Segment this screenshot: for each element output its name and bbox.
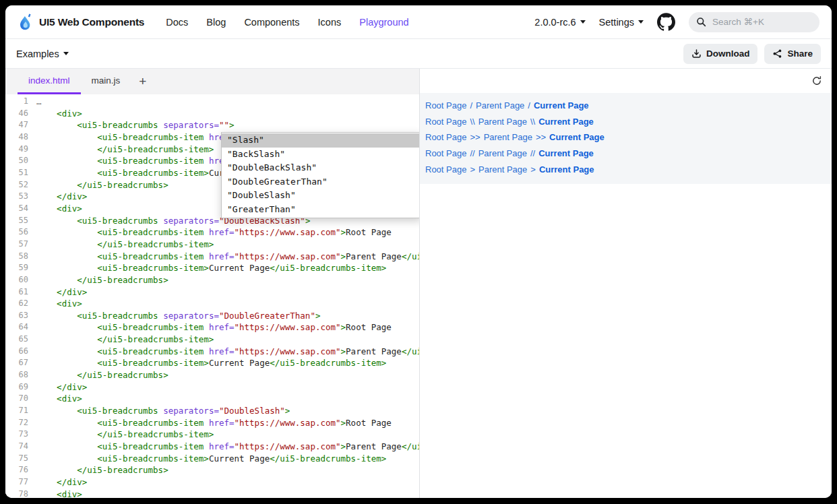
code-token: </div> [36, 286, 87, 298]
code-line[interactable]: 75 <ui5-breadcrumbs-item>Current Page</u… [5, 453, 419, 465]
code-line[interactable]: 71 <ui5-breadcrumbs separators="DoubleSl… [5, 405, 419, 417]
search-box[interactable] [689, 12, 819, 32]
refresh-icon[interactable] [811, 75, 822, 86]
code-token: <ui5-breadcrumbs-item [36, 226, 204, 239]
code-token: > [341, 251, 346, 263]
breadcrumb-link[interactable]: Parent Page [478, 148, 527, 158]
nav-link-playground[interactable]: Playground [359, 17, 408, 28]
code-token: > [285, 405, 290, 417]
code-line[interactable]: 57 </ui5-breadcrumbs-item> [5, 239, 419, 251]
breadcrumb-link[interactable]: Parent Page [484, 132, 532, 142]
code-line[interactable]: 69 </div> [5, 381, 419, 393]
code-line[interactable]: 72 <ui5-breadcrumbs-item href="https://w… [5, 417, 419, 429]
code-token: <div> [36, 393, 82, 405]
breadcrumb-separator: / [470, 100, 472, 111]
code-line[interactable]: 70 <div> [5, 393, 419, 405]
search-input[interactable] [711, 16, 795, 28]
line-number: 56 [5, 226, 36, 239]
breadcrumb-link[interactable]: Root Page [425, 100, 466, 111]
nav-link-components[interactable]: Components [244, 17, 299, 28]
code-token: </div> [36, 191, 87, 203]
breadcrumb-link[interactable]: Parent Page [476, 100, 524, 111]
code-token: "" [219, 119, 229, 131]
autocomplete-option[interactable]: "DoubleGreaterThan" [222, 175, 419, 189]
code-editor[interactable]: 1…46 <div>47 <ui5-breadcrumbs separators… [5, 94, 419, 498]
line-number: 49 [5, 144, 36, 156]
toolbar-actions: Download Share [683, 44, 821, 64]
download-button[interactable]: Download [683, 44, 758, 64]
code-line[interactable]: 67 <ui5-breadcrumbs-item>Current Page</u… [5, 357, 419, 369]
breadcrumb-link[interactable]: Root Page [425, 117, 466, 127]
code-line[interactable]: 78 <div> [5, 489, 419, 498]
code-line[interactable]: 1… [5, 96, 419, 108]
code-line[interactable]: 73 </ui5-breadcrumbs-item> [5, 429, 419, 441]
breadcrumb-link[interactable]: Root Page [425, 132, 466, 142]
breadcrumb-current: Current Page [549, 132, 604, 142]
nav-link-blog[interactable]: Blog [206, 17, 226, 28]
code-token: <ui5-breadcrumbs-item [36, 131, 204, 144]
brand-logo[interactable]: UI5 Web Components [18, 13, 144, 31]
code-line[interactable]: 47 <ui5-breadcrumbs separators=""> [5, 119, 419, 131]
share-button[interactable]: Share [764, 44, 821, 64]
tab-index-html[interactable]: index.html [18, 69, 81, 94]
breadcrumb-row: Root Page>Parent Page>Current Page [425, 162, 826, 178]
breadcrumb-separator: > [530, 164, 536, 175]
code-line[interactable]: 68 </ui5-breadcrumbs> [5, 369, 419, 381]
code-line[interactable]: 62 <div> [5, 298, 419, 310]
breadcrumb-link[interactable]: Root Page [425, 148, 466, 158]
code-token: Parent Page [346, 346, 402, 358]
code-token: <ui5-breadcrumbs-item [36, 417, 204, 429]
new-tab-button[interactable]: + [131, 69, 154, 94]
nav-link-icons[interactable]: Icons [318, 17, 342, 28]
top-navbar: UI5 Web Components DocsBlogComponentsIco… [5, 5, 832, 39]
flame-icon [18, 13, 33, 31]
code-line[interactable]: 56 <ui5-breadcrumbs-item href="https://w… [5, 226, 419, 239]
share-icon [772, 49, 782, 59]
autocomplete-option[interactable]: "Slash" [222, 133, 419, 148]
code-line[interactable]: 58 <ui5-breadcrumbs-item href="https://w… [5, 251, 419, 263]
code-token: </ui5-breadcrumbs-item> [402, 251, 419, 263]
line-number: 60 [5, 274, 36, 286]
code-token: </ui5-breadcrumbs-item> [36, 429, 214, 441]
autocomplete-option[interactable]: "BackSlash" [222, 148, 419, 162]
code-token: </div> [36, 476, 87, 489]
code-token: <ui5-breadcrumbs [36, 119, 158, 131]
code-token: </ui5-breadcrumbs-item> [270, 262, 386, 274]
settings-menu[interactable]: Settings [599, 17, 644, 28]
code-line[interactable]: 60 </ui5-breadcrumbs> [5, 274, 419, 286]
autocomplete-option[interactable]: "DoubleSlash" [222, 189, 419, 203]
code-line[interactable]: 59 <ui5-breadcrumbs-item>Current Page</u… [5, 262, 419, 274]
code-line[interactable]: 64 <ui5-breadcrumbs-item href="https://w… [5, 321, 419, 334]
github-link[interactable] [657, 13, 675, 31]
code-line[interactable]: 61 </div> [5, 286, 419, 298]
code-line[interactable]: 76 </ui5-breadcrumbs> [5, 464, 419, 476]
code-token: Current Page [209, 357, 270, 369]
nav-link-docs[interactable]: Docs [166, 17, 188, 28]
code-line[interactable]: 65 </ui5-breadcrumbs-item> [5, 334, 419, 346]
code-token: Root Page [346, 417, 392, 429]
code-token: "DoubleGreaterThan" [219, 310, 315, 322]
line-number: 69 [5, 381, 36, 393]
code-line[interactable]: 63 <ui5-breadcrumbs separators="DoubleGr… [5, 310, 419, 322]
tab-main-js[interactable]: main.js [81, 69, 131, 94]
code-token: <ui5-breadcrumbs [36, 405, 158, 417]
autocomplete-option[interactable]: "DoubleBackSlash" [222, 161, 419, 175]
code-token: <div> [36, 298, 82, 310]
code-line[interactable]: 74 <ui5-breadcrumbs-item href="https://w… [5, 441, 419, 453]
nav-links: DocsBlogComponentsIconsPlayground [166, 17, 408, 28]
autocomplete-option[interactable]: "GreaterThan" [222, 203, 419, 217]
code-line[interactable]: 66 <ui5-breadcrumbs-item href="https://w… [5, 346, 419, 358]
version-selector[interactable]: 2.0.0-rc.6 [534, 17, 585, 28]
breadcrumb-separator: >> [470, 132, 480, 142]
code-line[interactable]: 46 <div> [5, 108, 419, 120]
examples-dropdown[interactable]: Examples [16, 49, 69, 59]
breadcrumb-row: Root Page>>Parent Page>>Current Page [425, 129, 826, 146]
breadcrumb-link[interactable]: Parent Page [478, 117, 527, 127]
code-token: > [341, 441, 346, 453]
line-number: 50 [5, 155, 36, 167]
code-token: <ui5-breadcrumbs-item [36, 155, 204, 167]
breadcrumb-link[interactable]: Root Page [425, 164, 466, 175]
breadcrumb-link[interactable]: Parent Page [478, 164, 527, 175]
code-token: </ui5-breadcrumbs-item> [36, 334, 214, 346]
code-line[interactable]: 77 </div> [5, 476, 419, 489]
